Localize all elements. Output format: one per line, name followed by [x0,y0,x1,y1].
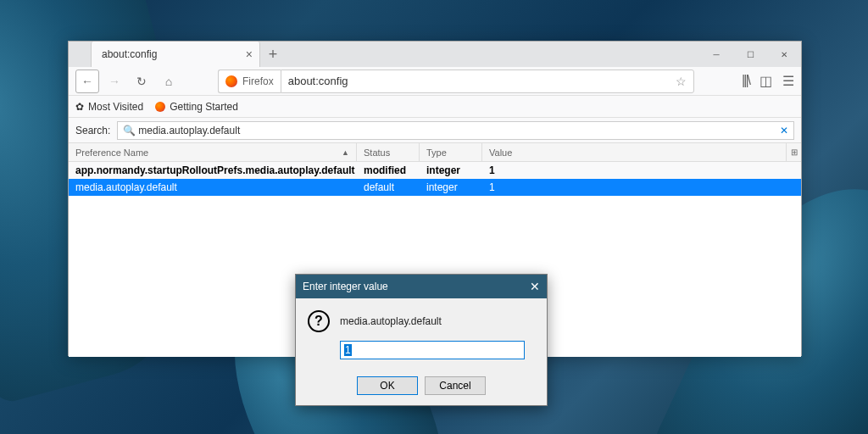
firefox-icon [225,75,237,87]
bookmark-label: Most Visited [88,101,143,113]
bookmark-label: Getting Started [170,101,238,113]
pref-status: modified [357,162,420,179]
sidebar-icon[interactable]: ◫ [760,73,772,89]
url-input[interactable]: about:config ☆ [281,70,694,93]
library-icon[interactable]: |||\ [742,73,749,89]
pref-type: integer [420,162,482,179]
column-headers: Preference Name ▲ Status Type Value ⊞ [69,143,801,162]
dialog-value-input[interactable]: 1 [340,341,525,359]
bookmark-getting-started[interactable]: Getting Started [155,101,238,113]
search-input[interactable]: 🔍 media.autoplay.default ✕ [117,121,794,140]
pref-value: 1 [482,162,801,179]
new-tab-button[interactable]: + [260,42,286,67]
tab-about-config[interactable]: about:config × [91,42,260,67]
clear-search-icon[interactable]: ✕ [780,125,788,136]
maximize-button[interactable]: ☐ [733,42,767,67]
dialog-title: Enter integer value [303,281,388,292]
urlbar-container: Firefox about:config ☆ [218,70,694,93]
search-icon: 🔍 [123,125,136,136]
identity-box[interactable]: Firefox [218,70,281,93]
firefox-icon [155,102,165,112]
bookmark-star-icon[interactable]: ☆ [676,75,687,88]
search-value: media.autoplay.default [138,125,240,136]
home-button[interactable]: ⌂ [157,70,181,93]
column-value[interactable]: Value [482,143,786,161]
tab-title: about:config [102,48,246,60]
pref-name: media.autoplay.default [69,179,357,196]
identity-label: Firefox [242,75,274,87]
pref-value: 1 [482,179,801,196]
gear-icon: ✿ [75,101,84,113]
column-status[interactable]: Status [357,143,420,161]
nav-toolbar: ← → ↻ ⌂ Firefox about:config ☆ |||\ ◫ ☰ [69,67,801,96]
column-type[interactable]: Type [420,143,482,161]
search-label: Search: [75,125,110,136]
pref-status: default [357,179,420,196]
ok-button[interactable]: OK [357,376,418,395]
column-picker-icon[interactable]: ⊞ [786,143,801,161]
close-window-button[interactable]: ✕ [767,42,801,67]
url-text: about:config [288,75,676,87]
dialog-body: ? media.autoplay.default 1 [296,298,547,368]
minimize-button[interactable]: ─ [699,42,733,67]
integer-value-dialog: Enter integer value ✕ ? media.autoplay.d… [295,274,548,406]
question-icon: ? [308,310,330,332]
close-tab-icon[interactable]: × [246,47,253,61]
search-row: Search: 🔍 media.autoplay.default ✕ [69,118,801,143]
table-row[interactable]: app.normandy.startupRolloutPrefs.media.a… [69,162,801,179]
input-value: 1 [344,344,352,356]
reload-button[interactable]: ↻ [130,70,153,93]
sort-asc-icon: ▲ [342,148,349,157]
dialog-pref-name: media.autoplay.default [340,315,442,327]
back-button[interactable]: ← [75,70,99,93]
menu-icon[interactable]: ☰ [782,73,794,89]
bookmarks-toolbar: ✿ Most Visited Getting Started [69,96,801,118]
pref-type: integer [420,179,482,196]
close-dialog-icon[interactable]: ✕ [530,280,540,293]
forward-button[interactable]: → [103,70,126,93]
tab-bar: about:config × + ─ ☐ ✕ [69,42,801,67]
table-row[interactable]: media.autoplay.default default integer 1 [69,179,801,196]
dialog-titlebar: Enter integer value ✕ [296,275,547,298]
pref-name: app.normandy.startupRolloutPrefs.media.a… [69,162,357,179]
toolbar-right: |||\ ◫ ☰ [742,73,794,89]
cancel-button[interactable]: Cancel [425,376,486,395]
dialog-buttons: OK Cancel [296,368,547,405]
window-controls: ─ ☐ ✕ [699,42,801,67]
bookmark-most-visited[interactable]: ✿ Most Visited [75,101,143,113]
column-preference-name[interactable]: Preference Name ▲ [69,143,357,161]
